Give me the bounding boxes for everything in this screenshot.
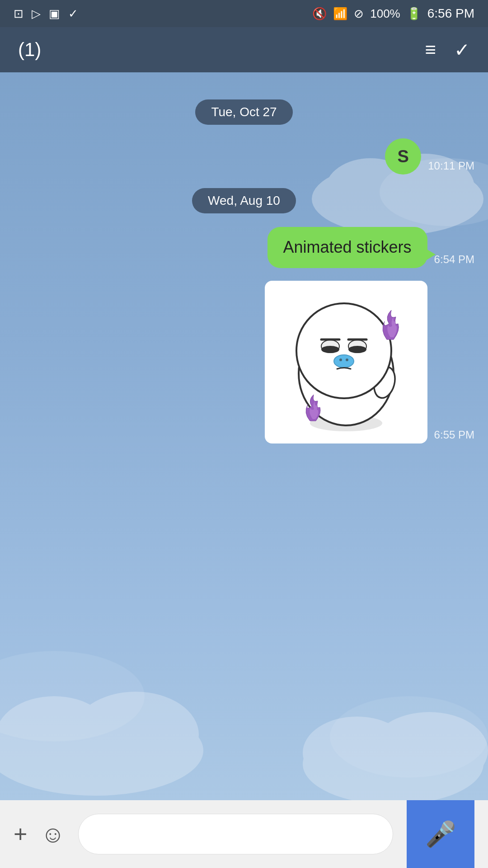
message-row-3: 6:55 PM	[14, 277, 474, 443]
mic-icon: 🎤	[425, 820, 456, 849]
message-time-3: 6:55 PM	[434, 429, 474, 441]
status-time: 6:56 PM	[427, 6, 474, 21]
storage-icon: ▣	[49, 7, 60, 21]
date-label-2: Wed, Aug 10	[192, 188, 296, 213]
message-wrapper-3: 6:55 PM	[265, 277, 474, 443]
check-icon[interactable]: ✓	[454, 39, 470, 61]
menu-icon[interactable]: ≡	[425, 39, 436, 61]
header-icons-group: ≡ ✓	[425, 39, 470, 61]
battery-icon: 🔋	[407, 7, 421, 21]
avatar-1: S	[385, 138, 421, 175]
svg-point-17	[348, 346, 366, 353]
svg-point-19	[334, 355, 354, 368]
status-bar: ⊡ ▷ ▣ ✓ 🔇 📶 ⊘ 100% 🔋 6:56 PM	[0, 0, 488, 27]
message-wrapper-2: 6:54 PM Animated stickers	[267, 227, 475, 268]
status-bar-left-icons: ⊡ ▷ ▣ ✓	[14, 7, 78, 21]
bubble-row-3: 6:55 PM	[265, 277, 474, 443]
header-title: (1)	[18, 39, 41, 61]
sticker-container	[265, 281, 427, 443]
battery-text: 100%	[370, 7, 400, 21]
svg-point-21	[346, 359, 348, 361]
image-status-icon: ⊡	[14, 7, 23, 21]
svg-point-12	[296, 303, 391, 398]
message-row-1: 10:11 PM S	[14, 138, 474, 175]
message-input[interactable]	[78, 814, 393, 854]
plus-button[interactable]: +	[14, 821, 27, 848]
chat-header: (1) ≡ ✓	[0, 27, 488, 72]
emoji-button[interactable]: ☺	[41, 821, 65, 848]
message-wrapper-1: 10:11 PM S	[385, 138, 474, 175]
svg-point-14	[321, 346, 339, 353]
date-separator-2: Wed, Aug 10	[14, 188, 474, 213]
chat-area: Tue, Oct 27 10:11 PM S Wed, Aug 10 6:54 …	[0, 72, 488, 800]
block-icon: ⊘	[354, 7, 364, 21]
text-bubble-2: Animated stickers	[267, 227, 427, 268]
forward-icon: ▷	[32, 7, 41, 21]
mute-icon: 🔇	[312, 7, 327, 21]
mic-button[interactable]: 🎤	[407, 800, 474, 868]
sticker-svg	[274, 290, 418, 434]
wifi-icon: 📶	[333, 7, 347, 21]
message-row-2: 6:54 PM Animated stickers	[14, 227, 474, 268]
check-status-icon: ✓	[68, 7, 78, 21]
bubble-row-1: 10:11 PM S	[385, 138, 474, 175]
message-time-1: 10:11 PM	[428, 160, 474, 172]
message-time-2: 6:54 PM	[434, 253, 474, 266]
bubble-row-2: 6:54 PM Animated stickers	[267, 227, 475, 268]
date-separator-1: Tue, Oct 27	[14, 99, 474, 125]
date-label-1: Tue, Oct 27	[195, 99, 292, 125]
status-bar-right-icons: 🔇 📶 ⊘ 100% 🔋 6:56 PM	[312, 6, 474, 21]
svg-point-20	[339, 359, 342, 361]
bottom-bar: + ☺ 🎤	[0, 800, 488, 868]
